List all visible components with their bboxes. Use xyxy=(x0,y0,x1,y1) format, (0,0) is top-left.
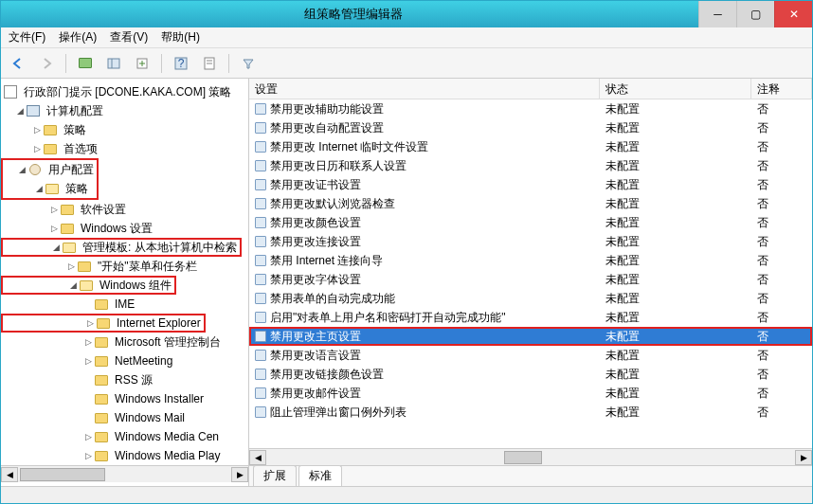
tree-hscrollbar[interactable]: ◀ ▶ xyxy=(1,465,248,482)
expand-icon[interactable]: ▷ xyxy=(31,144,43,153)
setting-name: 启用"对表单上用户名和密码打开自动完成功能" xyxy=(270,310,506,326)
expand-icon[interactable]: ▷ xyxy=(82,337,94,347)
tree-preferences-1[interactable]: ▷首选项 xyxy=(1,139,248,158)
tree-computer-config[interactable]: ◢计算机配置 xyxy=(1,101,248,120)
folder-icon xyxy=(43,141,58,156)
list-body[interactable]: 禁用更改辅助功能设置未配置否禁用更改自动配置设置未配置否禁用更改 Interne… xyxy=(249,99,812,448)
collapse-icon[interactable]: ◢ xyxy=(14,106,26,116)
column-state[interactable]: 状态 xyxy=(600,79,751,99)
tree-windows-components[interactable]: ◢Windows 组件 xyxy=(1,276,176,295)
setting-state: 未配置 xyxy=(600,196,751,212)
list-row[interactable]: 禁用更改字体设置未配置否 xyxy=(249,270,812,289)
setting-state: 未配置 xyxy=(600,386,751,402)
expand-icon[interactable]: ▷ xyxy=(31,125,43,135)
expand-icon[interactable]: ▷ xyxy=(65,261,77,271)
menu-action[interactable]: 操作(A) xyxy=(59,29,97,45)
list-row[interactable]: 阻止管理弹出窗口例外列表未配置否 xyxy=(249,403,812,422)
list-row[interactable]: 启用"对表单上用户名和密码打开自动完成功能"未配置否 xyxy=(249,308,812,327)
list-row[interactable]: 禁用更改辅助功能设置未配置否 xyxy=(249,99,812,118)
tree-windows-settings[interactable]: ▷Windows 设置 xyxy=(1,219,248,238)
tree-mmc[interactable]: ▷Microsoft 管理控制台 xyxy=(1,333,248,351)
tree-netmeeting[interactable]: ▷NetMeeting xyxy=(1,351,248,370)
tree-software-settings[interactable]: ▷软件设置 xyxy=(1,200,248,219)
setting-state: 未配置 xyxy=(600,139,751,155)
expand-icon[interactable]: ▷ xyxy=(82,432,94,441)
collapse-icon[interactable]: ◢ xyxy=(16,165,27,174)
collapse-icon[interactable]: ◢ xyxy=(33,184,45,193)
list-row[interactable]: 禁用更改邮件设置未配置否 xyxy=(249,384,812,403)
tab-extended[interactable]: 扩展 xyxy=(253,465,297,486)
setting-name: 禁用更改日历和联系人设置 xyxy=(270,158,406,174)
list-row[interactable]: 禁用更改日历和联系人设置未配置否 xyxy=(249,156,812,175)
tree-win-mail[interactable]: Windows Mail xyxy=(1,408,248,427)
tree-ime[interactable]: IME xyxy=(1,295,248,314)
list-row[interactable]: 禁用表单的自动完成功能未配置否 xyxy=(249,289,812,308)
minimize-button[interactable]: ─ xyxy=(698,1,736,27)
menu-file[interactable]: 文件(F) xyxy=(9,29,45,45)
expand-icon[interactable]: ▷ xyxy=(84,318,96,328)
tree-user-config[interactable]: ◢用户配置 xyxy=(3,160,97,179)
column-setting[interactable]: 设置 xyxy=(249,79,600,99)
statusbar xyxy=(1,486,812,503)
export-button[interactable] xyxy=(131,53,154,74)
tree-rss[interactable]: RSS 源 xyxy=(1,370,248,389)
scroll-thumb[interactable] xyxy=(504,451,542,464)
folder-icon xyxy=(79,278,94,293)
tree[interactable]: 行政部门提示 [DCONE.KAKA.COM] 策略 ◢计算机配置 ▷策略 ▷首… xyxy=(1,82,248,465)
scroll-right-button[interactable]: ▶ xyxy=(231,467,248,482)
list-row[interactable]: 禁用更改自动配置设置未配置否 xyxy=(249,118,812,137)
tree-policies-2[interactable]: ◢策略 xyxy=(3,179,97,198)
tree-admin-templates[interactable]: ◢管理模板: 从本地计算机中检索 xyxy=(1,238,242,257)
setting-name: 禁用更改颜色设置 xyxy=(270,215,361,231)
close-button[interactable]: ✕ xyxy=(774,1,812,27)
scroll-left-button[interactable]: ◀ xyxy=(1,467,18,482)
tree-internet-explorer[interactable]: ▷Internet Explorer xyxy=(1,314,206,333)
tab-standard[interactable]: 标准 xyxy=(298,465,342,486)
expand-icon[interactable]: ▷ xyxy=(82,451,94,460)
tree-start-taskbar[interactable]: ▷"开始"菜单和任务栏 xyxy=(1,257,248,276)
scroll-thumb[interactable] xyxy=(20,468,105,481)
properties-button[interactable] xyxy=(198,53,221,74)
scroll-left-button[interactable]: ◀ xyxy=(249,450,266,465)
tree-pane: 行政部门提示 [DCONE.KAKA.COM] 策略 ◢计算机配置 ▷策略 ▷首… xyxy=(1,79,249,486)
setting-icon xyxy=(255,160,266,171)
column-comment[interactable]: 注释 xyxy=(751,79,812,99)
setting-comment: 否 xyxy=(751,291,812,307)
menu-view[interactable]: 查看(V) xyxy=(110,29,148,45)
help-button[interactable]: ? xyxy=(170,53,192,74)
scroll-right-button[interactable]: ▶ xyxy=(795,450,812,465)
expand-icon[interactable]: ▷ xyxy=(48,224,60,233)
list-row[interactable]: 禁用更改 Internet 临时文件设置未配置否 xyxy=(249,137,812,156)
list-hscrollbar[interactable]: ◀ ▶ xyxy=(249,448,812,465)
setting-state: 未配置 xyxy=(600,310,751,326)
tree-win-media-center[interactable]: ▷Windows Media Cen xyxy=(1,427,248,446)
list-row[interactable]: 禁用更改默认浏览器检查未配置否 xyxy=(249,194,812,213)
show-hide-tree-button[interactable] xyxy=(102,53,125,74)
collapse-icon[interactable]: ◢ xyxy=(67,280,79,290)
user-icon xyxy=(27,162,43,177)
back-button[interactable] xyxy=(7,53,29,74)
expand-icon[interactable]: ▷ xyxy=(82,356,94,366)
menu-help[interactable]: 帮助(H) xyxy=(161,29,200,45)
up-folder-button[interactable] xyxy=(74,53,97,74)
setting-state: 未配置 xyxy=(600,234,751,250)
list-row[interactable]: 禁用更改颜色设置未配置否 xyxy=(249,213,812,232)
tree-policies-1[interactable]: ▷策略 xyxy=(1,120,248,139)
filter-button[interactable] xyxy=(237,53,260,74)
tree-root[interactable]: 行政部门提示 [DCONE.KAKA.COM] 策略 xyxy=(1,82,248,101)
maximize-button[interactable]: ▢ xyxy=(736,1,774,27)
list-row[interactable]: 禁用更改链接颜色设置未配置否 xyxy=(249,365,812,384)
list-row[interactable]: 禁用更改连接设置未配置否 xyxy=(249,232,812,251)
tree-win-installer[interactable]: Windows Installer xyxy=(1,389,248,408)
expand-icon[interactable]: ▷ xyxy=(48,205,60,214)
setting-comment: 否 xyxy=(751,120,812,136)
list-row[interactable]: 禁用更改语言设置未配置否 xyxy=(249,346,812,365)
setting-state: 未配置 xyxy=(600,253,751,269)
list-row[interactable]: 禁用 Internet 连接向导未配置否 xyxy=(249,251,812,270)
list-row[interactable]: 禁用更改证书设置未配置否 xyxy=(249,175,812,194)
forward-button[interactable] xyxy=(35,53,58,74)
list-row[interactable]: 禁用更改主页设置未配置否 xyxy=(249,327,812,346)
tree-win-media-player[interactable]: ▷Windows Media Play xyxy=(1,446,248,465)
collapse-icon[interactable]: ◢ xyxy=(50,243,62,252)
setting-name: 禁用更改 Internet 临时文件设置 xyxy=(270,139,428,155)
